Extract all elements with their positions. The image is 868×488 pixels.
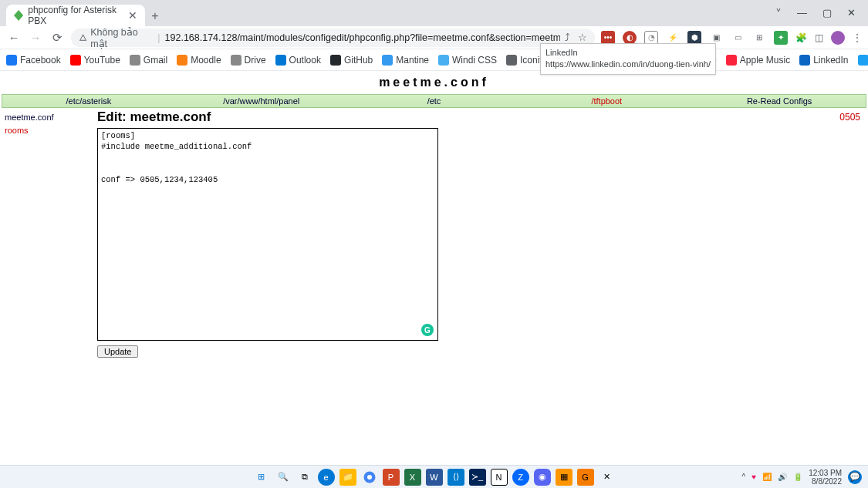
ext-icon-6[interactable]: ▣ <box>709 31 723 45</box>
tooltip-url: https://www.linkedin.com/in/duong-tien-v… <box>545 59 711 70</box>
bookmark-favicon-icon <box>177 55 187 66</box>
bookmarks-bar: FacebookYouTubeGmailMoodleDriveOutlookGi… <box>0 49 868 71</box>
bookmark-favicon-icon <box>382 55 393 66</box>
new-tab-button[interactable]: + <box>145 9 165 26</box>
bookmark-favicon-icon <box>858 55 868 66</box>
bookmark-label: Apple Music <box>740 55 790 66</box>
close-window-button[interactable]: ✕ <box>847 7 856 22</box>
bookmark-favicon-icon <box>231 55 241 66</box>
nav-path-item[interactable]: /tftpboot <box>520 96 693 106</box>
tooltip-title: LinkedIn <box>545 47 711 59</box>
path-nav: /etc/asterisk/var/www/html/panel/etc/tft… <box>2 94 866 108</box>
ext-icon-3[interactable]: ◔ <box>644 31 658 45</box>
ext-icon-2[interactable]: ◐ <box>623 31 637 45</box>
sidebar: meetme.confrooms <box>5 109 97 358</box>
nav-path-item[interactable]: /etc/asterisk <box>2 96 175 106</box>
bookmark-label: Mantine <box>396 55 429 66</box>
bookmark-favicon-icon <box>438 55 449 66</box>
bookmark-mantine[interactable]: Mantine <box>382 55 429 66</box>
bookmark-favicon-icon <box>70 55 81 66</box>
sidebar-item[interactable]: rooms <box>5 124 97 137</box>
address-bar-row: ← → ⟳ Không bảo mật | 192.168.174.128/ma… <box>0 26 868 49</box>
bookmark-favicon-icon <box>6 55 17 66</box>
tab-favicon-icon <box>14 10 23 21</box>
warning-icon <box>79 33 87 42</box>
page-content: meetme.conf /etc/asterisk/var/www/html/p… <box>0 71 868 359</box>
side-panel-icon[interactable]: ◫ <box>815 32 823 43</box>
page-header: meetme.conf <box>0 71 868 94</box>
bookmark-label: YouTube <box>84 55 120 66</box>
ext-icon-9[interactable]: ✦ <box>774 31 788 45</box>
bookmark-moodle[interactable]: Moodle <box>177 55 221 66</box>
bookmark-youtube[interactable]: YouTube <box>70 55 120 66</box>
reload-button[interactable]: ⟳ <box>49 31 65 45</box>
browser-tab-strip: phpconfig for Asterisk PBX ✕ + ˅ — ▢ ✕ <box>0 0 868 26</box>
grammarly-icon[interactable]: G <box>421 324 434 336</box>
menu-button[interactable]: ⋮ <box>853 32 862 43</box>
profile-avatar[interactable] <box>831 31 845 45</box>
bookmark-gmail[interactable]: Gmail <box>130 55 167 66</box>
bookmark-label: Drive <box>245 55 266 66</box>
tab-close-icon[interactable]: ✕ <box>128 9 137 22</box>
bookmark-facebook[interactable]: Facebook <box>6 55 61 66</box>
bookmark-twitter[interactable]: Twitter <box>858 55 868 66</box>
ext-icon-5[interactable]: ⬢ <box>687 31 701 45</box>
bookmark-star-icon[interactable]: ☆ <box>578 32 587 43</box>
bookmark-label: Facebook <box>20 55 61 66</box>
edit-id: 0505 <box>839 112 863 123</box>
bookmark-label: Moodle <box>191 55 221 66</box>
url-text: 192.168.174.128/maint/modules/configedit… <box>165 32 560 43</box>
bookmark-favicon-icon <box>506 55 517 66</box>
minimize-button[interactable]: — <box>797 7 807 22</box>
ext-icon-8[interactable]: ⊞ <box>752 31 766 45</box>
window-controls: ˅ — ▢ ✕ <box>775 7 868 26</box>
sidebar-item[interactable]: meetme.conf <box>5 111 97 124</box>
bookmark-outlook[interactable]: Outlook <box>275 55 321 66</box>
security-indicator[interactable]: Không bảo mật <box>79 26 153 49</box>
bookmark-label: LinkedIn <box>813 55 848 66</box>
bookmark-tooltip: LinkedIn https://www.linkedin.com/in/duo… <box>540 43 716 75</box>
ext-icon-7[interactable]: ▭ <box>731 31 745 45</box>
bookmark-label: Windi CSS <box>452 55 497 66</box>
maximize-button[interactable]: ▢ <box>822 7 832 22</box>
nav-path-item[interactable]: /var/www/html/panel <box>175 96 348 106</box>
share-icon[interactable]: ⤴ <box>565 32 570 43</box>
tab-title: phpconfig for Asterisk PBX <box>28 5 123 26</box>
ext-icon-1[interactable]: ••• <box>601 31 615 45</box>
browser-tab[interactable]: phpconfig for Asterisk PBX ✕ <box>6 5 145 26</box>
bookmark-label: Gmail <box>144 55 167 66</box>
extensions-icon[interactable]: 🧩 <box>795 32 807 43</box>
bookmark-github[interactable]: GitHub <box>330 55 373 66</box>
main-panel: Edit: meetme.conf 0505 G Update <box>97 109 863 358</box>
nav-path-item[interactable]: Re-Read Configs <box>693 96 866 106</box>
bookmark-favicon-icon <box>330 55 341 66</box>
bookmark-favicon-icon <box>130 55 140 66</box>
update-button[interactable]: Update <box>97 345 138 358</box>
bookmark-label: GitHub <box>344 55 373 66</box>
bookmark-favicon-icon <box>726 55 737 66</box>
bookmark-favicon-icon <box>275 55 286 66</box>
bookmark-drive[interactable]: Drive <box>231 55 266 66</box>
edit-title: Edit: meetme.conf <box>97 109 211 125</box>
bookmark-apple-music[interactable]: Apple Music <box>726 55 790 66</box>
chevron-down-icon[interactable]: ˅ <box>775 7 782 22</box>
security-label: Không bảo mật <box>90 26 153 49</box>
ext-icon-4[interactable]: ⚡ <box>666 31 680 45</box>
bookmark-favicon-icon <box>799 55 810 66</box>
address-bar[interactable]: Không bảo mật | 192.168.174.128/maint/mo… <box>71 29 595 47</box>
bookmark-windi-css[interactable]: Windi CSS <box>438 55 497 66</box>
back-button[interactable]: ← <box>6 31 22 44</box>
nav-path-item[interactable]: /etc <box>348 96 521 106</box>
bookmark-linkedin[interactable]: LinkedIn <box>799 55 848 66</box>
forward-button[interactable]: → <box>28 31 43 44</box>
config-editor[interactable] <box>97 128 438 341</box>
bookmark-label: Outlook <box>289 55 321 66</box>
